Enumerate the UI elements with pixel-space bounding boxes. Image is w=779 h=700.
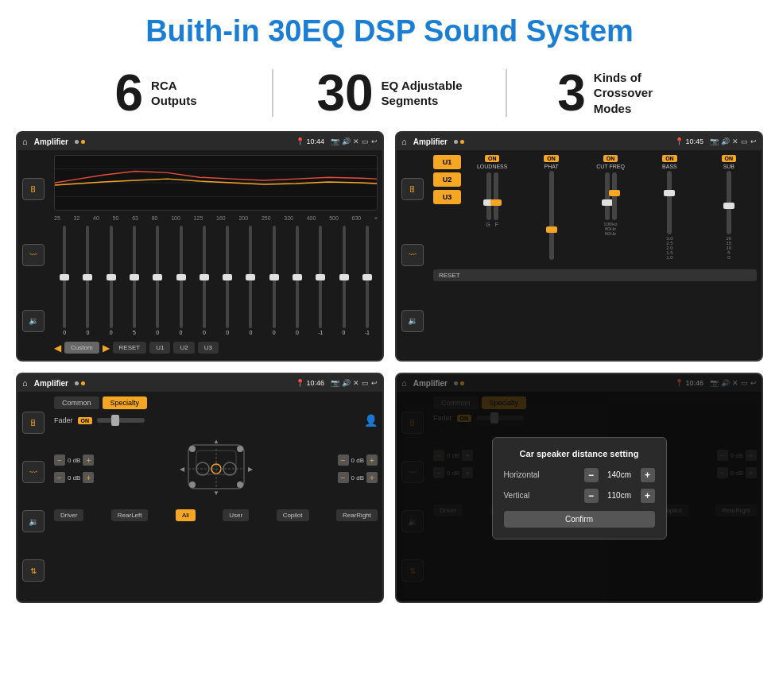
- window-icon[interactable]: ▭: [362, 137, 369, 145]
- sidebar-wave-btn-3[interactable]: 〰: [22, 461, 45, 483]
- rear-left-btn[interactable]: RearLeft: [111, 509, 149, 521]
- cutfreq-thumb-f[interactable]: [602, 199, 613, 206]
- eq-thumb-14[interactable]: [362, 274, 372, 280]
- sidebar-vol-btn[interactable]: 🔉: [22, 310, 45, 332]
- rl-plus[interactable]: +: [83, 472, 94, 483]
- u3-btn[interactable]: U3: [198, 342, 219, 354]
- phat-slider[interactable]: [549, 171, 554, 260]
- eq-track-7[interactable]: [203, 226, 206, 328]
- eq-track-4[interactable]: [133, 226, 136, 328]
- eq-track-1[interactable]: [63, 226, 66, 328]
- eq-track-8[interactable]: [226, 226, 229, 328]
- back-icon-3[interactable]: ↩: [371, 379, 378, 387]
- sidebar-wave-btn[interactable]: 〰: [22, 244, 45, 266]
- phat-on[interactable]: ON: [544, 155, 559, 162]
- volume-icon-3[interactable]: 🔊: [342, 379, 351, 387]
- tab-specialty[interactable]: Specialty: [103, 396, 148, 409]
- u3-preset[interactable]: U3: [433, 190, 461, 204]
- prev-btn[interactable]: ◀: [54, 342, 61, 354]
- fr-plus[interactable]: +: [366, 454, 378, 466]
- cutfreq-thumb-g[interactable]: [609, 190, 620, 196]
- sidebar-eq-btn-2[interactable]: 🎚: [401, 178, 424, 200]
- close-icon[interactable]: ✕: [353, 137, 359, 145]
- u1-btn[interactable]: U1: [149, 342, 170, 354]
- volume-icon-2[interactable]: 🔊: [721, 137, 730, 145]
- next-btn[interactable]: ▶: [103, 342, 110, 354]
- home-icon-3[interactable]: ⌂: [22, 378, 28, 388]
- camera-icon-3[interactable]: 📷: [331, 379, 339, 387]
- close-icon-3[interactable]: ✕: [353, 379, 359, 387]
- fader-track[interactable]: [97, 418, 145, 423]
- sidebar-eq-btn[interactable]: 🎚: [22, 178, 45, 200]
- sidebar-vol-btn-3[interactable]: 🔉: [22, 510, 45, 532]
- sub-slider[interactable]: [727, 171, 731, 234]
- eq-thumb-1[interactable]: [60, 274, 69, 280]
- cutfreq-slider-f[interactable]: [605, 172, 610, 220]
- bass-on[interactable]: ON: [662, 155, 677, 162]
- sidebar-eq-btn-3[interactable]: 🎚: [22, 412, 45, 434]
- sidebar-wave-btn-2[interactable]: 〰: [401, 244, 424, 266]
- bass-thumb[interactable]: [664, 190, 675, 196]
- custom-btn[interactable]: Custom: [64, 342, 99, 354]
- eq-thumb-9[interactable]: [246, 274, 255, 280]
- vertical-minus-btn[interactable]: −: [584, 489, 599, 503]
- window-icon-3[interactable]: ▭: [362, 379, 369, 387]
- eq-thumb-5[interactable]: [153, 274, 162, 280]
- eq-thumb-13[interactable]: [339, 274, 349, 280]
- bass-slider[interactable]: [667, 171, 672, 234]
- eq-thumb-10[interactable]: [269, 274, 279, 280]
- back-icon-2[interactable]: ↩: [750, 137, 757, 145]
- eq-track-14[interactable]: [366, 226, 369, 328]
- eq-track-10[interactable]: [273, 226, 276, 328]
- eq-track-6[interactable]: [180, 226, 183, 328]
- loudness-thumb-f[interactable]: [490, 199, 502, 206]
- rear-right-btn[interactable]: RearRight: [336, 509, 378, 521]
- loudness-slider-f[interactable]: [494, 172, 498, 220]
- eq-track-12[interactable]: [319, 226, 322, 328]
- loudness-slider-g[interactable]: [486, 172, 491, 220]
- rr-plus[interactable]: +: [366, 472, 378, 483]
- home-icon[interactable]: ⌂: [22, 137, 28, 146]
- camera-icon-2[interactable]: 📷: [710, 137, 719, 145]
- eq-track-3[interactable]: [110, 226, 113, 328]
- cutfreq-on[interactable]: ON: [603, 155, 618, 162]
- sidebar-vol-btn-2[interactable]: 🔉: [401, 310, 424, 332]
- home-icon-2[interactable]: ⌂: [401, 137, 407, 146]
- fr-minus[interactable]: −: [338, 454, 349, 466]
- sub-thumb[interactable]: [723, 203, 734, 209]
- crossover-reset[interactable]: RESET: [433, 269, 757, 281]
- horizontal-minus-btn[interactable]: −: [584, 468, 599, 482]
- fl-minus[interactable]: −: [54, 454, 65, 466]
- fader-on[interactable]: ON: [78, 417, 93, 424]
- all-btn[interactable]: All: [176, 509, 196, 521]
- u2-btn[interactable]: U2: [173, 342, 194, 354]
- volume-icon[interactable]: 🔊: [342, 137, 351, 145]
- u1-preset[interactable]: U1: [433, 155, 461, 169]
- reset-btn[interactable]: RESET: [113, 342, 147, 354]
- eq-track-2[interactable]: [86, 226, 89, 328]
- eq-track-11[interactable]: [296, 226, 299, 328]
- eq-thumb-4[interactable]: [130, 274, 139, 280]
- sidebar-arrows-btn-3[interactable]: ⇅: [22, 559, 45, 582]
- close-icon-2[interactable]: ✕: [732, 137, 738, 145]
- u2-preset[interactable]: U2: [433, 172, 461, 187]
- eq-thumb-11[interactable]: [293, 274, 302, 280]
- cutfreq-slider-g[interactable]: [612, 172, 617, 220]
- rr-minus[interactable]: −: [338, 472, 349, 483]
- back-icon[interactable]: ↩: [371, 137, 378, 145]
- fl-plus[interactable]: +: [83, 454, 94, 466]
- loudness-on[interactable]: ON: [485, 155, 500, 162]
- vertical-plus-btn[interactable]: +: [641, 489, 655, 503]
- window-icon-2[interactable]: ▭: [741, 137, 748, 145]
- user-icon[interactable]: 👤: [364, 414, 378, 427]
- eq-thumb-12[interactable]: [316, 274, 325, 280]
- eq-track-9[interactable]: [249, 226, 252, 328]
- sub-on[interactable]: ON: [722, 155, 737, 162]
- eq-thumb-7[interactable]: [200, 274, 209, 280]
- eq-track-13[interactable]: [343, 226, 346, 328]
- copilot-btn[interactable]: Copilot: [277, 509, 309, 521]
- tab-common[interactable]: Common: [54, 396, 99, 409]
- eq-thumb-8[interactable]: [223, 274, 232, 280]
- driver-btn[interactable]: Driver: [54, 509, 83, 521]
- fader-thumb[interactable]: [111, 415, 119, 426]
